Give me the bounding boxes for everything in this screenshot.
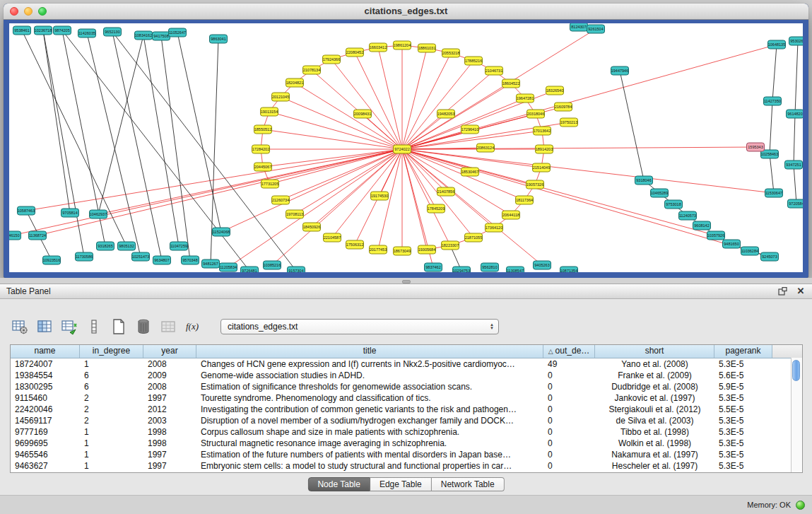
network-node[interactable]: 9246150 bbox=[9, 231, 21, 240]
column-header-pagerank[interactable]: pagerank bbox=[714, 345, 772, 358]
network-node[interactable]: 11427350 bbox=[764, 97, 782, 105]
network-node[interactable]: 9405263 bbox=[534, 261, 551, 269]
network-node[interactable]: 18914203 bbox=[536, 145, 553, 153]
network-node[interactable]: 10834162 bbox=[135, 31, 153, 40]
table-row[interactable]: 946554611997Estimation of the future num… bbox=[11, 449, 802, 460]
network-node[interactable]: 18204821 bbox=[286, 78, 304, 87]
network-node[interactable]: 18861031 bbox=[418, 44, 436, 52]
network-node[interactable]: 11047259 bbox=[170, 242, 188, 250]
column-header-name[interactable]: name bbox=[11, 345, 80, 358]
network-node[interactable]: 21078134 bbox=[303, 66, 321, 74]
network-node[interactable]: 9261504 bbox=[587, 25, 605, 33]
network-node[interactable]: 20644118 bbox=[502, 211, 520, 219]
network-node[interactable]: 9417508 bbox=[153, 32, 170, 40]
delete-table-icon[interactable] bbox=[134, 317, 153, 337]
table-row[interactable]: 946362711997Embryonic stem cells: a mode… bbox=[11, 460, 802, 472]
network-node[interactable]: 10923516 bbox=[43, 256, 61, 264]
table-row[interactable]: 2242004622012Investigating the contribut… bbox=[11, 404, 802, 415]
network-node[interactable]: 20121045 bbox=[272, 93, 290, 101]
network-node[interactable]: 9530264 bbox=[789, 37, 804, 45]
network-node[interactable]: 17284202 bbox=[252, 145, 270, 153]
close-panel-icon[interactable]: ✕ bbox=[795, 286, 806, 297]
network-node[interactable]: 9157304 bbox=[288, 267, 305, 272]
network-node[interactable]: 9634807 bbox=[153, 256, 171, 264]
network-node[interactable]: 21514049 bbox=[533, 163, 551, 172]
delete-table-disabled-icon[interactable] bbox=[158, 317, 178, 337]
network-node[interactable]: 19861204 bbox=[394, 41, 411, 49]
network-node[interactable]: 18450926 bbox=[303, 223, 321, 231]
network-node[interactable]: 11730586 bbox=[76, 252, 93, 261]
network-node[interactable]: 9481267 bbox=[202, 259, 220, 268]
network-node[interactable]: 18673049 bbox=[394, 247, 411, 255]
network-node[interactable]: 19447946 bbox=[611, 66, 629, 75]
network-node[interactable]: 20177453 bbox=[370, 245, 387, 254]
network-node[interactable]: 9652130 bbox=[104, 28, 122, 36]
network-node[interactable]: 11205834 bbox=[220, 263, 237, 271]
table-selector-combobox[interactable]: citations_edges.txt ▲▼ bbox=[220, 319, 499, 334]
network-node[interactable]: 1595343 bbox=[747, 143, 765, 151]
network-node[interactable]: 17885216 bbox=[465, 57, 483, 65]
table-row[interactable]: 911546021997Tourette syndrome. Phenomeno… bbox=[11, 392, 802, 404]
network-node[interactable]: 19708113 bbox=[286, 210, 304, 218]
vertical-scrollbar[interactable] bbox=[791, 358, 802, 472]
column-header-in-degree[interactable]: in_degree bbox=[80, 345, 143, 358]
network-node[interactable]: 18604522 bbox=[502, 79, 520, 88]
network-node[interactable]: 9481650 bbox=[723, 240, 741, 248]
network-node[interactable]: 20318046 bbox=[527, 110, 545, 118]
network-node[interactable]: 18223307 bbox=[442, 241, 459, 250]
network-node[interactable]: 21046731 bbox=[486, 66, 503, 75]
network-node[interactable]: 16603412 bbox=[370, 43, 387, 52]
network-node[interactable]: 19013154 bbox=[261, 107, 278, 116]
network-node[interactable]: 10294753 bbox=[453, 267, 471, 272]
network-node[interactable]: 11368724 bbox=[29, 231, 47, 240]
tab-node-table[interactable]: Node Table bbox=[307, 477, 370, 491]
column-header-short[interactable]: short bbox=[595, 345, 714, 358]
network-node[interactable]: 9705814 bbox=[61, 209, 79, 217]
table-row[interactable]: 969969511998Structural magnetic resonanc… bbox=[11, 438, 802, 449]
network-node[interactable]: 9724022 bbox=[394, 145, 411, 153]
window-titlebar[interactable]: citations_edges.txt bbox=[4, 4, 808, 20]
network-node[interactable]: 8124307 bbox=[570, 23, 588, 31]
network-node[interactable]: 11036284 bbox=[741, 247, 759, 255]
network-node[interactable]: 9805132 bbox=[118, 242, 136, 250]
network-node[interactable]: 9245073 bbox=[761, 252, 779, 261]
network-node[interactable]: 20098431 bbox=[354, 110, 372, 118]
network-node[interactable]: 17364120 bbox=[486, 223, 503, 232]
column-header-out-degree[interactable]: △out_de… bbox=[543, 345, 595, 358]
network-node[interactable]: 9863041 bbox=[210, 35, 228, 43]
network-node[interactable]: 10587463 bbox=[18, 206, 35, 215]
network-node[interactable]: 18326540 bbox=[546, 86, 564, 95]
network-node[interactable]: 9720584 bbox=[788, 199, 804, 208]
network-node[interactable]: 9562810 bbox=[481, 263, 499, 271]
tab-edge-table[interactable]: Edge Table bbox=[370, 477, 432, 491]
network-node[interactable]: 18530467 bbox=[461, 168, 479, 176]
network-node[interactable]: 11524068 bbox=[213, 228, 230, 236]
network-node[interactable]: 9837462 bbox=[425, 263, 442, 271]
network-node[interactable]: 10385216 bbox=[264, 261, 281, 269]
network-node[interactable]: 17296410 bbox=[461, 125, 479, 134]
network-node[interactable]: 9726481 bbox=[241, 267, 259, 272]
network-node[interactable]: 9753018 bbox=[665, 200, 683, 209]
column-icon[interactable] bbox=[84, 317, 104, 337]
import-table-icon[interactable] bbox=[59, 317, 79, 337]
network-node[interactable]: 11308547 bbox=[507, 267, 524, 272]
table-row[interactable]: 1938455462009Genome-wide association stu… bbox=[11, 370, 802, 381]
new-table-icon[interactable] bbox=[109, 317, 129, 337]
network-node[interactable]: 9614820 bbox=[787, 110, 804, 118]
network-node[interactable]: 19057326 bbox=[526, 180, 544, 189]
panel-splitter[interactable] bbox=[0, 278, 812, 284]
network-node[interactable]: 18117364 bbox=[516, 196, 534, 204]
network-node[interactable]: 19482053 bbox=[437, 110, 455, 118]
memory-status-indicator[interactable] bbox=[796, 501, 805, 510]
network-node[interactable]: 11240573 bbox=[679, 211, 697, 220]
network-node[interactable]: 19647281 bbox=[517, 94, 534, 103]
network-node[interactable]: 17013642 bbox=[534, 127, 551, 135]
network-node[interactable]: 22104587 bbox=[324, 233, 341, 242]
network-node[interactable]: 9570348 bbox=[182, 256, 199, 264]
network-node[interactable]: 11530647 bbox=[765, 189, 783, 197]
network-node[interactable]: 21407856 bbox=[437, 187, 455, 196]
network-node[interactable]: 17924366 bbox=[323, 55, 341, 64]
network-canvas[interactable]: 9724022172842021855051219013154201210451… bbox=[9, 23, 803, 272]
network-node[interactable]: 19174530 bbox=[371, 192, 389, 200]
network-node[interactable]: 17845209 bbox=[428, 204, 445, 213]
